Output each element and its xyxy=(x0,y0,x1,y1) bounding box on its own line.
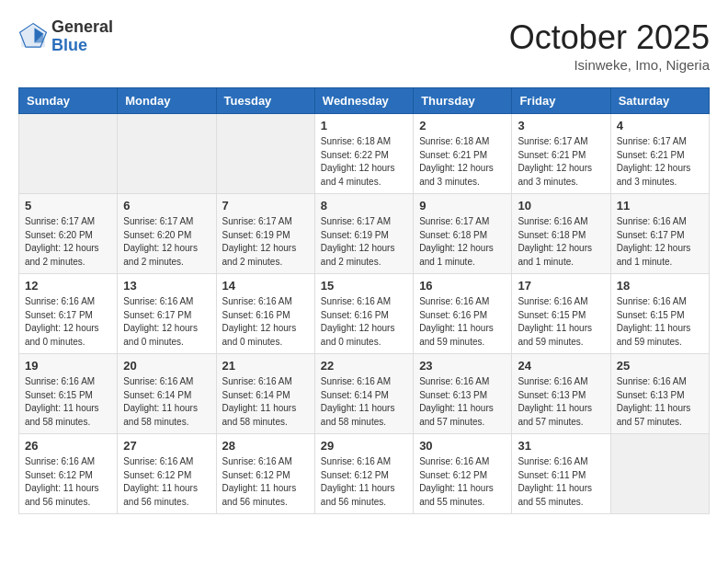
day-number: 19 xyxy=(25,359,111,373)
day-info: Sunrise: 6:16 AM Sunset: 6:16 PM Dayligh… xyxy=(419,295,506,349)
logo-icon xyxy=(18,22,48,52)
day-info: Sunrise: 6:16 AM Sunset: 6:12 PM Dayligh… xyxy=(25,455,111,509)
day-number: 5 xyxy=(25,199,111,213)
day-cell: 30Sunrise: 6:16 AM Sunset: 6:12 PM Dayli… xyxy=(414,434,512,514)
day-info: Sunrise: 6:17 AM Sunset: 6:20 PM Dayligh… xyxy=(25,215,111,269)
day-number: 12 xyxy=(25,279,111,293)
day-cell xyxy=(19,114,118,194)
weekday-header-sunday: Sunday xyxy=(19,88,118,114)
weekday-header-row: SundayMondayTuesdayWednesdayThursdayFrid… xyxy=(19,88,710,114)
week-row-1: 1Sunrise: 6:18 AM Sunset: 6:22 PM Daylig… xyxy=(19,114,710,194)
day-cell: 21Sunrise: 6:16 AM Sunset: 6:14 PM Dayli… xyxy=(216,354,314,434)
day-number: 26 xyxy=(25,439,111,453)
title-block: October 2025 Isinweke, Imo, Nigeria xyxy=(509,18,710,73)
day-number: 25 xyxy=(617,359,703,373)
day-cell: 27Sunrise: 6:16 AM Sunset: 6:12 PM Dayli… xyxy=(118,434,216,514)
weekday-header-saturday: Saturday xyxy=(610,88,709,114)
day-cell: 24Sunrise: 6:16 AM Sunset: 6:13 PM Dayli… xyxy=(512,354,610,434)
day-number: 10 xyxy=(518,199,604,213)
day-number: 24 xyxy=(518,359,604,373)
day-info: Sunrise: 6:17 AM Sunset: 6:19 PM Dayligh… xyxy=(321,215,407,269)
day-number: 20 xyxy=(123,359,210,373)
day-number: 27 xyxy=(123,439,210,453)
day-info: Sunrise: 6:16 AM Sunset: 6:12 PM Dayligh… xyxy=(419,455,506,509)
day-cell xyxy=(610,434,709,514)
day-info: Sunrise: 6:16 AM Sunset: 6:14 PM Dayligh… xyxy=(222,375,309,429)
day-cell: 3Sunrise: 6:17 AM Sunset: 6:21 PM Daylig… xyxy=(512,114,610,194)
weekday-header-tuesday: Tuesday xyxy=(216,88,314,114)
day-info: Sunrise: 6:16 AM Sunset: 6:16 PM Dayligh… xyxy=(222,295,309,349)
day-cell: 11Sunrise: 6:16 AM Sunset: 6:17 PM Dayli… xyxy=(610,194,709,274)
day-cell: 10Sunrise: 6:16 AM Sunset: 6:18 PM Dayli… xyxy=(512,194,610,274)
day-cell: 2Sunrise: 6:18 AM Sunset: 6:21 PM Daylig… xyxy=(414,114,512,194)
day-cell: 6Sunrise: 6:17 AM Sunset: 6:20 PM Daylig… xyxy=(118,194,216,274)
logo-text: General Blue xyxy=(51,18,113,55)
day-cell: 14Sunrise: 6:16 AM Sunset: 6:16 PM Dayli… xyxy=(216,274,314,354)
day-info: Sunrise: 6:16 AM Sunset: 6:15 PM Dayligh… xyxy=(518,295,604,349)
weekday-header-friday: Friday xyxy=(512,88,610,114)
day-number: 11 xyxy=(617,199,703,213)
day-number: 31 xyxy=(518,439,604,453)
day-number: 28 xyxy=(222,439,309,453)
day-cell: 12Sunrise: 6:16 AM Sunset: 6:17 PM Dayli… xyxy=(19,274,118,354)
day-number: 23 xyxy=(419,359,506,373)
day-number: 9 xyxy=(419,199,506,213)
day-cell: 19Sunrise: 6:16 AM Sunset: 6:15 PM Dayli… xyxy=(19,354,118,434)
day-cell: 31Sunrise: 6:16 AM Sunset: 6:11 PM Dayli… xyxy=(512,434,610,514)
day-cell: 18Sunrise: 6:16 AM Sunset: 6:15 PM Dayli… xyxy=(610,274,709,354)
day-info: Sunrise: 6:16 AM Sunset: 6:15 PM Dayligh… xyxy=(617,295,703,349)
day-number: 14 xyxy=(222,279,309,293)
day-cell: 7Sunrise: 6:17 AM Sunset: 6:19 PM Daylig… xyxy=(216,194,314,274)
logo-blue: Blue xyxy=(51,37,113,55)
day-number: 8 xyxy=(321,199,407,213)
day-number: 1 xyxy=(321,119,407,132)
weekday-header-monday: Monday xyxy=(118,88,216,114)
day-number: 22 xyxy=(321,359,407,373)
day-cell: 5Sunrise: 6:17 AM Sunset: 6:20 PM Daylig… xyxy=(19,194,118,274)
day-cell: 28Sunrise: 6:16 AM Sunset: 6:12 PM Dayli… xyxy=(216,434,314,514)
day-cell: 29Sunrise: 6:16 AM Sunset: 6:12 PM Dayli… xyxy=(314,434,413,514)
day-info: Sunrise: 6:17 AM Sunset: 6:21 PM Dayligh… xyxy=(518,135,604,189)
day-info: Sunrise: 6:17 AM Sunset: 6:19 PM Dayligh… xyxy=(222,215,309,269)
location: Isinweke, Imo, Nigeria xyxy=(509,57,710,73)
day-number: 7 xyxy=(222,199,309,213)
day-info: Sunrise: 6:16 AM Sunset: 6:13 PM Dayligh… xyxy=(518,375,604,429)
week-row-3: 12Sunrise: 6:16 AM Sunset: 6:17 PM Dayli… xyxy=(19,274,710,354)
day-cell: 25Sunrise: 6:16 AM Sunset: 6:13 PM Dayli… xyxy=(610,354,709,434)
week-row-4: 19Sunrise: 6:16 AM Sunset: 6:15 PM Dayli… xyxy=(19,354,710,434)
day-info: Sunrise: 6:16 AM Sunset: 6:13 PM Dayligh… xyxy=(419,375,506,429)
day-cell: 26Sunrise: 6:16 AM Sunset: 6:12 PM Dayli… xyxy=(19,434,118,514)
day-info: Sunrise: 6:16 AM Sunset: 6:11 PM Dayligh… xyxy=(518,455,604,509)
day-cell: 23Sunrise: 6:16 AM Sunset: 6:13 PM Dayli… xyxy=(414,354,512,434)
day-info: Sunrise: 6:17 AM Sunset: 6:18 PM Dayligh… xyxy=(419,215,506,269)
day-info: Sunrise: 6:16 AM Sunset: 6:12 PM Dayligh… xyxy=(123,455,210,509)
day-number: 29 xyxy=(321,439,407,453)
week-row-2: 5Sunrise: 6:17 AM Sunset: 6:20 PM Daylig… xyxy=(19,194,710,274)
weekday-header-wednesday: Wednesday xyxy=(314,88,413,114)
day-number: 13 xyxy=(123,279,210,293)
day-cell: 17Sunrise: 6:16 AM Sunset: 6:15 PM Dayli… xyxy=(512,274,610,354)
day-info: Sunrise: 6:16 AM Sunset: 6:13 PM Dayligh… xyxy=(617,375,703,429)
month-title: October 2025 xyxy=(509,18,710,57)
day-info: Sunrise: 6:17 AM Sunset: 6:20 PM Dayligh… xyxy=(123,215,210,269)
day-number: 16 xyxy=(419,279,506,293)
day-cell xyxy=(118,114,216,194)
day-cell: 1Sunrise: 6:18 AM Sunset: 6:22 PM Daylig… xyxy=(314,114,413,194)
day-info: Sunrise: 6:16 AM Sunset: 6:14 PM Dayligh… xyxy=(123,375,210,429)
day-info: Sunrise: 6:18 AM Sunset: 6:21 PM Dayligh… xyxy=(419,135,506,189)
day-info: Sunrise: 6:18 AM Sunset: 6:22 PM Dayligh… xyxy=(321,135,407,189)
day-info: Sunrise: 6:17 AM Sunset: 6:21 PM Dayligh… xyxy=(617,135,703,189)
day-number: 3 xyxy=(518,119,604,132)
day-number: 17 xyxy=(518,279,604,293)
day-cell xyxy=(216,114,314,194)
day-cell: 13Sunrise: 6:16 AM Sunset: 6:17 PM Dayli… xyxy=(118,274,216,354)
weekday-header-thursday: Thursday xyxy=(414,88,512,114)
logo-general: General xyxy=(51,18,113,37)
day-number: 15 xyxy=(321,279,407,293)
day-number: 30 xyxy=(419,439,506,453)
day-number: 18 xyxy=(617,279,703,293)
day-cell: 20Sunrise: 6:16 AM Sunset: 6:14 PM Dayli… xyxy=(118,354,216,434)
day-number: 2 xyxy=(419,119,506,132)
day-number: 6 xyxy=(123,199,210,213)
week-row-5: 26Sunrise: 6:16 AM Sunset: 6:12 PM Dayli… xyxy=(19,434,710,514)
